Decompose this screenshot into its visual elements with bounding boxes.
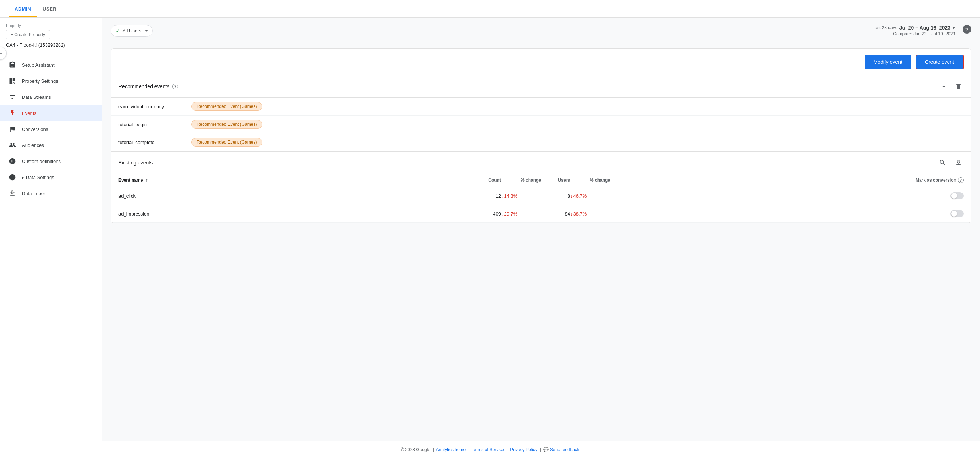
sidebar-item-property-settings[interactable]: Property Settings — [0, 73, 102, 89]
users-ad-click: 8 — [541, 193, 570, 199]
th-event-name[interactable]: Event name ↑ — [118, 177, 472, 183]
modify-event-button[interactable]: Modify event — [864, 55, 911, 69]
search-icon[interactable] — [937, 158, 948, 168]
feedback-icon: 💬 — [543, 447, 549, 452]
conversion-help-icon[interactable]: ? — [958, 177, 964, 183]
sidebar-item-label-data-import: Data Import — [22, 191, 47, 196]
sidebar-item-label-events: Events — [22, 110, 37, 116]
sidebar-item-label-property-settings: Property Settings — [22, 78, 58, 84]
event-name-ad-click: ad_click — [118, 193, 472, 199]
toggle-switch-ad-impression[interactable] — [950, 210, 964, 217]
users-change-ad-impression: ↓ 38.7% — [570, 211, 610, 217]
count-ad-impression: 409 — [472, 211, 501, 217]
recommended-event-row: tutorial_begin Recommended Event (Games) — [111, 116, 971, 134]
sidebar: Property + Create Property GA4 - Flood-I… — [0, 18, 102, 441]
conversion-toggle-ad-click — [610, 192, 964, 199]
filter-label: All Users — [123, 28, 142, 34]
sidebar-item-data-import[interactable]: Data Import — [0, 185, 102, 201]
down-arrow-icon-4: ↓ — [570, 211, 573, 217]
sidebar-item-label-custom-definitions: Custom definitions — [22, 159, 61, 164]
footer-terms[interactable]: Terms of Service — [471, 447, 504, 452]
delete-icon[interactable] — [953, 81, 964, 91]
event-name-tutorial-begin: tutorial_begin — [118, 122, 184, 127]
th-users: Users — [541, 177, 570, 183]
date-dropdown-icon[interactable]: ▾ — [953, 25, 955, 30]
custom-definitions-icon — [9, 158, 16, 165]
sidebar-item-setup-assistant[interactable]: Setup Assistant — [0, 57, 102, 73]
footer-analytics-home[interactable]: Analytics home — [436, 447, 466, 452]
count-ad-click: 12 — [472, 193, 501, 199]
top-tabs: ADMIN USER — [0, 0, 980, 18]
sidebar-item-audiences[interactable]: Audiences — [0, 137, 102, 153]
filter-chip[interactable]: ✓ All Users — [111, 25, 153, 37]
property-label: Property — [6, 23, 96, 28]
sidebar-item-events[interactable]: Events — [0, 105, 102, 121]
footer-privacy[interactable]: Privacy Policy — [510, 447, 537, 452]
down-arrow-icon: ↓ — [501, 193, 503, 199]
nav-items: Setup Assistant Property Settings — [0, 54, 102, 441]
count-change-ad-impression: ↓ 29.7% — [501, 211, 541, 217]
down-arrow-icon-3: ↓ — [501, 211, 503, 217]
property-name: GA4 - Flood-It! (153293282) — [6, 42, 96, 48]
th-users-change: % change — [570, 177, 610, 183]
sort-arrow-icon: ↑ — [145, 177, 148, 183]
table-header: Event name ↑ Count % change Users % chan… — [111, 174, 971, 187]
toggle-switch-ad-click[interactable] — [950, 192, 964, 199]
last-days-label: Last 28 days — [873, 25, 897, 30]
recommended-events-section: Recommended events ? — [111, 75, 971, 98]
date-info: Last 28 days Jul 20 – Aug 16, 2023 ▾ Com… — [873, 25, 955, 37]
tab-admin[interactable]: ADMIN — [9, 2, 37, 17]
conversion-toggle-ad-impression — [610, 210, 964, 217]
main-layout: Property + Create Property GA4 - Flood-I… — [0, 18, 980, 441]
filter-bar: ✓ All Users — [111, 25, 868, 37]
data-import-icon — [9, 190, 16, 197]
property-settings-icon — [9, 77, 16, 85]
events-icon — [9, 109, 16, 116]
table-row: ad_impression 409 ↓ 29.7% 84 ↓ 38.7% — [111, 205, 971, 223]
data-settings-icon — [9, 174, 16, 181]
event-tag-tutorial-begin: Recommended Event (Games) — [191, 120, 262, 129]
tab-user[interactable]: USER — [37, 2, 62, 17]
create-event-button[interactable]: Create event — [916, 55, 964, 69]
sidebar-item-label-data-settings: ▸ Data Settings — [22, 175, 54, 180]
property-section: Property + Create Property GA4 - Flood-I… — [0, 23, 102, 54]
footer: © 2023 Google | Analytics home | Terms o… — [0, 441, 980, 458]
th-count-change: % change — [501, 177, 541, 183]
flag-icon — [9, 125, 16, 133]
existing-events-section: Existing events — [111, 151, 971, 223]
count-change-ad-click: ↓ 14.3% — [501, 193, 541, 199]
data-streams-icon — [9, 93, 16, 101]
recommended-events-title: Recommended events ? — [118, 83, 178, 89]
existing-events-title: Existing events — [118, 160, 153, 166]
content-area: ✓ All Users Last 28 days Jul 20 – Aug 16… — [102, 18, 980, 441]
chevron-down-icon — [145, 30, 148, 32]
sidebar-item-data-settings[interactable]: ▸ Data Settings — [0, 169, 102, 185]
footer-copyright: © 2023 Google — [401, 447, 430, 452]
existing-events-actions — [937, 158, 964, 168]
check-icon: ✓ — [116, 27, 120, 34]
help-icon[interactable]: ? — [963, 25, 971, 34]
down-arrow-icon-2: ↓ — [570, 193, 573, 199]
event-tag-earn: Recommended Event (Games) — [191, 102, 262, 111]
sidebar-item-custom-definitions[interactable]: Custom definitions — [0, 153, 102, 169]
sidebar-item-conversions[interactable]: Conversions — [0, 121, 102, 137]
recommended-event-row: tutorial_complete Recommended Event (Gam… — [111, 134, 971, 151]
sidebar-item-label-data-streams: Data Streams — [22, 94, 51, 100]
events-panel: Modify event Create event Recommended ev… — [111, 48, 971, 223]
sidebar-item-data-streams[interactable]: Data Streams — [0, 89, 102, 105]
create-property-button[interactable]: + Create Property — [6, 30, 50, 39]
compare-date: Compare: Jun 22 – Jul 19, 2023 — [873, 31, 955, 37]
expand-collapse-icon[interactable] — [939, 81, 949, 91]
sidebar-item-label-setup-assistant: Setup Assistant — [22, 62, 55, 68]
recommended-event-row: earn_virtual_currency Recommended Event … — [111, 98, 971, 116]
audiences-icon — [9, 142, 16, 149]
download-icon[interactable] — [953, 158, 964, 168]
users-ad-impression: 84 — [541, 211, 570, 217]
event-tag-tutorial-complete: Recommended Event (Games) — [191, 138, 262, 147]
event-name-ad-impression: ad_impression — [118, 211, 472, 217]
recommended-help-icon[interactable]: ? — [172, 83, 178, 89]
users-change-ad-click: ↓ 46.7% — [570, 193, 610, 199]
footer-send-feedback[interactable]: 💬 Send feedback — [543, 447, 579, 452]
existing-events-header: Existing events — [111, 152, 971, 174]
table-row: ad_click 12 ↓ 14.3% 8 ↓ 46.7% — [111, 187, 971, 205]
